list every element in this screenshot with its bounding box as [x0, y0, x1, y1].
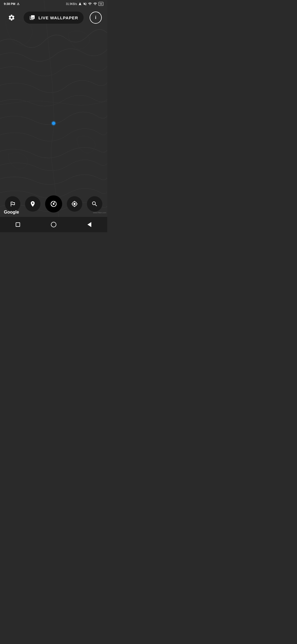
google-brand: Google — [4, 210, 19, 215]
battery-indicator: 56 — [98, 2, 103, 6]
shutter-icon — [50, 200, 57, 208]
live-wallpaper-button[interactable]: LIVE WALLPAPER — [24, 12, 84, 24]
google-logo: Google — [4, 210, 19, 214]
back-icon — [87, 222, 91, 227]
landscape-button[interactable] — [5, 196, 20, 212]
live-wallpaper-icon — [29, 14, 36, 21]
landscape-icon — [9, 201, 16, 207]
time-display: 9:38 PM — [4, 2, 15, 6]
home-icon — [51, 222, 56, 227]
info-button[interactable]: i — [90, 12, 102, 24]
location-pin-icon — [29, 201, 36, 207]
wifi-icon — [93, 2, 97, 6]
location-dot — [52, 122, 55, 125]
network-speed: 31.9KB/s — [66, 2, 77, 6]
status-left: 9:38 PM ⚠ — [4, 2, 20, 6]
mute-icon — [83, 2, 87, 6]
navigation-icon — [78, 2, 82, 6]
status-bar: 9:38 PM ⚠ 31.9KB/s 56 — [0, 0, 107, 8]
settings-icon — [8, 14, 15, 21]
back-button[interactable] — [81, 219, 98, 230]
target-icon — [71, 201, 78, 207]
top-bar: LIVE WALLPAPER i — [0, 8, 107, 27]
shutter-button[interactable] — [45, 195, 62, 212]
info-icon: i — [95, 15, 96, 20]
signal-icon — [88, 2, 92, 6]
recent-apps-button[interactable] — [10, 219, 26, 230]
live-wallpaper-label: LIVE WALLPAPER — [38, 15, 78, 20]
location-pin-button[interactable] — [25, 196, 40, 212]
target-button[interactable] — [67, 196, 82, 212]
navigation-bar — [0, 217, 107, 232]
settings-button[interactable] — [6, 12, 18, 24]
warning-icon: ⚠ — [17, 2, 20, 6]
status-right: 31.9KB/s 56 — [66, 2, 103, 6]
recent-apps-icon — [16, 222, 20, 227]
home-button[interactable] — [45, 219, 62, 230]
search-icon — [91, 201, 98, 207]
watermark: www.frfam.com — [93, 212, 106, 214]
search-button[interactable] — [87, 196, 102, 212]
